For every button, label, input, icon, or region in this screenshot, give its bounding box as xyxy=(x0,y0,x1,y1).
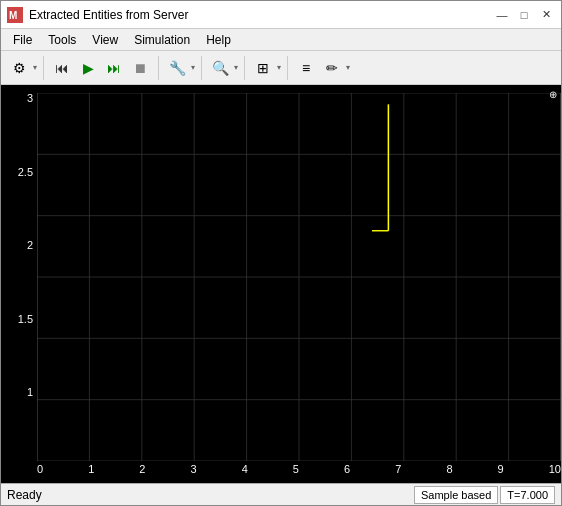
menu-bar: File Tools View Simulation Help xyxy=(1,29,561,51)
x-label-6: 6 xyxy=(344,463,350,475)
list-button[interactable]: ≡ xyxy=(294,56,318,80)
stop-button[interactable]: ⏹ xyxy=(128,56,152,80)
tool-dropdown-arrow[interactable]: ▾ xyxy=(191,63,195,72)
y-label-25: 2.5 xyxy=(18,167,33,178)
x-label-2: 2 xyxy=(139,463,145,475)
y-label-3: 3 xyxy=(27,93,33,104)
status-right: Sample based T=7.000 xyxy=(414,486,555,504)
window-title: Extracted Entities from Server xyxy=(29,8,188,22)
x-label-9: 9 xyxy=(498,463,504,475)
axis-area: 3 2.5 2 1.5 1 xyxy=(1,85,561,483)
settings-dropdown-arrow[interactable]: ▾ xyxy=(33,63,37,72)
y-label-15: 1.5 xyxy=(18,314,33,325)
status-bar: Ready Sample based T=7.000 xyxy=(1,483,561,505)
zoom-button[interactable]: 🔍 xyxy=(208,56,232,80)
y-label-2: 2 xyxy=(27,240,33,251)
title-left: M Extracted Entities from Server xyxy=(7,7,188,23)
expand-icon[interactable]: ⊕ xyxy=(549,89,557,100)
toolbar-group-playback: ⏮ ▶ ⏭ ⏹ xyxy=(50,56,159,80)
x-label-4: 4 xyxy=(242,463,248,475)
chart-inner xyxy=(37,93,561,461)
maximize-button[interactable]: □ xyxy=(515,6,533,24)
main-window: M Extracted Entities from Server — □ ✕ F… xyxy=(0,0,562,506)
chart-with-yaxis: 3 2.5 2 1.5 1 xyxy=(1,85,561,461)
x-label-3: 3 xyxy=(191,463,197,475)
menu-tools[interactable]: Tools xyxy=(40,31,84,49)
step-button[interactable]: ⏭ xyxy=(102,56,126,80)
settings-button[interactable]: ⚙ xyxy=(7,56,31,80)
status-ready: Ready xyxy=(7,488,42,502)
x-label-10: 10 xyxy=(549,463,561,475)
window-controls: — □ ✕ xyxy=(493,6,555,24)
plot-area: ⊕ 3 2.5 2 1.5 1 xyxy=(1,85,561,483)
menu-file[interactable]: File xyxy=(5,31,40,49)
title-bar: M Extracted Entities from Server — □ ✕ xyxy=(1,1,561,29)
plot-canvas: ⊕ 3 2.5 2 1.5 1 xyxy=(1,85,561,483)
menu-view[interactable]: View xyxy=(84,31,126,49)
toolbar-group-settings: ⚙ ▾ xyxy=(7,56,44,80)
minimize-button[interactable]: — xyxy=(493,6,511,24)
edit-dropdown-arrow[interactable]: ▾ xyxy=(346,63,350,72)
rewind-button[interactable]: ⏮ xyxy=(50,56,74,80)
menu-simulation[interactable]: Simulation xyxy=(126,31,198,49)
toolbar-group-zoom: 🔍 ▾ xyxy=(208,56,245,80)
zoom-dropdown-arrow[interactable]: ▾ xyxy=(234,63,238,72)
toolbar: ⚙ ▾ ⏮ ▶ ⏭ ⏹ 🔧 ▾ 🔍 ▾ ⊞ ▾ ≡ ✏ ▾ xyxy=(1,51,561,85)
x-label-0: 0 xyxy=(37,463,43,475)
play-button[interactable]: ▶ xyxy=(76,56,100,80)
sample-based-badge: Sample based xyxy=(414,486,498,504)
toolbar-group-layout: ⊞ ▾ xyxy=(251,56,288,80)
y-axis: 3 2.5 2 1.5 1 xyxy=(1,85,37,461)
x-label-8: 8 xyxy=(446,463,452,475)
time-badge: T=7.000 xyxy=(500,486,555,504)
toolbar-group-edit: ≡ ✏ ▾ xyxy=(294,56,356,80)
layout-button[interactable]: ⊞ xyxy=(251,56,275,80)
app-icon: M xyxy=(7,7,23,23)
x-label-7: 7 xyxy=(395,463,401,475)
y-label-1: 1 xyxy=(27,387,33,398)
svg-text:M: M xyxy=(9,10,17,21)
menu-help[interactable]: Help xyxy=(198,31,239,49)
edit-button[interactable]: ✏ xyxy=(320,56,344,80)
x-axis: 0 1 2 3 4 5 6 7 8 9 10 xyxy=(1,461,561,483)
x-axis-inner: 0 1 2 3 4 5 6 7 8 9 10 xyxy=(37,463,561,475)
close-button[interactable]: ✕ xyxy=(537,6,555,24)
toolbar-group-tools: 🔧 ▾ xyxy=(165,56,202,80)
x-label-5: 5 xyxy=(293,463,299,475)
x-label-1: 1 xyxy=(88,463,94,475)
tool-button[interactable]: 🔧 xyxy=(165,56,189,80)
layout-dropdown-arrow[interactable]: ▾ xyxy=(277,63,281,72)
chart-svg xyxy=(37,93,561,461)
